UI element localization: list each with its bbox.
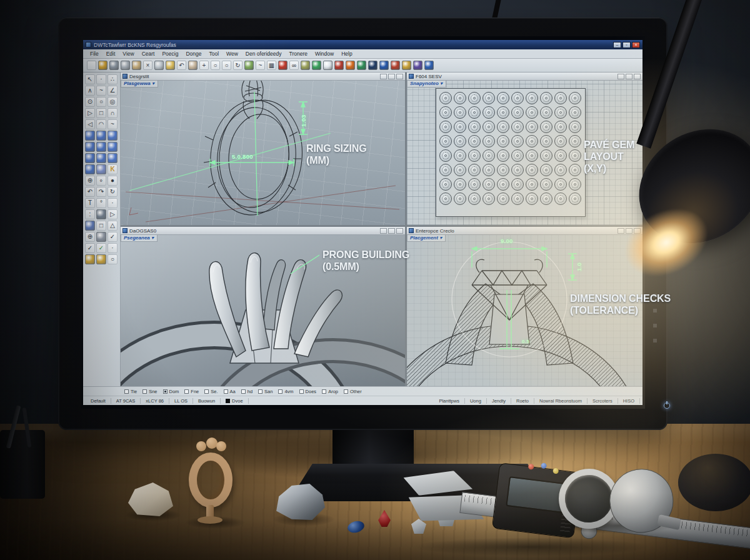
points-icon[interactable]: ∴ xyxy=(108,74,118,84)
power-button[interactable] xyxy=(664,402,670,409)
checkbox[interactable] xyxy=(184,389,189,394)
menu-item[interactable]: Window xyxy=(312,50,337,58)
gem-slot[interactable] xyxy=(569,106,581,119)
checkbox[interactable] xyxy=(224,389,228,394)
zoom-window-icon[interactable]: ○ xyxy=(222,61,231,70)
gem-slot[interactable] xyxy=(511,135,524,148)
gem-slot[interactable] xyxy=(454,178,466,191)
osnap-toggle[interactable]: hd xyxy=(241,389,252,394)
gem-slot[interactable] xyxy=(468,164,481,176)
gem-slot[interactable] xyxy=(511,121,524,133)
menu-item[interactable]: File xyxy=(87,50,102,58)
new-file-icon[interactable] xyxy=(87,61,96,70)
checkbox[interactable] xyxy=(124,389,129,394)
rotate-view-icon[interactable]: ↻ xyxy=(233,61,242,70)
gem-slot[interactable] xyxy=(454,135,466,148)
print-icon[interactable] xyxy=(121,61,130,70)
gem-slot[interactable] xyxy=(526,121,538,133)
vp-max-button[interactable] xyxy=(626,74,632,79)
menu-item[interactable]: Donge xyxy=(182,50,204,58)
gem-orange-icon[interactable] xyxy=(346,61,355,70)
close-button[interactable]: × xyxy=(632,42,640,48)
clipboard-icon[interactable] xyxy=(132,61,141,70)
gem-slot[interactable] xyxy=(526,149,538,162)
redo-curve-icon[interactable]: ↷ xyxy=(96,187,106,197)
copy-icon[interactable] xyxy=(154,61,164,70)
solid-icon[interactable] xyxy=(85,164,95,174)
gem-slot[interactable] xyxy=(540,164,552,176)
vp-close-button[interactable] xyxy=(396,74,403,79)
gem-slot[interactable] xyxy=(439,121,452,133)
statusbar-mode[interactable]: HISO xyxy=(618,398,640,404)
menu-item[interactable]: View xyxy=(119,50,137,58)
gem-slot[interactable] xyxy=(454,164,466,176)
statusbar-mode[interactable]: Roeto xyxy=(511,398,534,404)
rectangle-icon[interactable]: □ xyxy=(96,108,106,118)
osnap-toggle[interactable]: Se. xyxy=(204,389,218,394)
curve-icon[interactable]: ~ xyxy=(256,61,265,70)
check2-icon[interactable]: ✓ xyxy=(85,243,95,253)
target-icon[interactable]: ⊕ xyxy=(85,232,95,242)
revolve-icon[interactable] xyxy=(108,142,118,152)
offset-icon[interactable]: ⊕ xyxy=(85,176,95,186)
menu-item[interactable]: Wew xyxy=(223,50,241,58)
gem-slot[interactable] xyxy=(526,106,538,119)
gem-slot[interactable] xyxy=(454,192,466,205)
viewport-tab[interactable]: Plasgewwa ▾ xyxy=(121,81,158,88)
statusbar-mode[interactable]: Planttpws xyxy=(434,398,465,404)
check-green-icon[interactable]: ✓ xyxy=(96,243,106,253)
gem-slot[interactable] xyxy=(468,121,481,133)
move-icon[interactable]: + xyxy=(199,61,209,70)
osnap-toggle[interactable]: 4vm xyxy=(278,389,293,394)
vp-close-button[interactable] xyxy=(396,228,403,234)
vp-min-button[interactable] xyxy=(618,74,624,79)
surface3-icon[interactable] xyxy=(108,131,118,141)
checkbox[interactable] xyxy=(322,389,326,394)
gem-slot[interactable] xyxy=(468,92,481,104)
vp-min-button[interactable] xyxy=(618,228,624,234)
gem-slot[interactable] xyxy=(482,121,495,133)
gem-slot[interactable] xyxy=(511,149,524,162)
gem-slot[interactable] xyxy=(554,178,567,191)
boolean-icon[interactable] xyxy=(96,164,106,174)
degree-icon[interactable]: ° xyxy=(96,198,106,208)
osnap-toggle[interactable]: San xyxy=(258,389,272,394)
infinity-icon[interactable]: ∞ xyxy=(289,61,299,70)
vp-min-button[interactable] xyxy=(380,74,387,79)
osnap-toggle[interactable]: Sne xyxy=(142,389,157,394)
gem-slot[interactable] xyxy=(468,135,481,148)
loft-icon[interactable] xyxy=(85,142,95,152)
fill-icon[interactable]: ● xyxy=(108,176,118,186)
statusbar-field[interactable]: AT 9CAS xyxy=(111,398,141,404)
dot-icon[interactable]: · xyxy=(108,198,118,208)
play-icon[interactable]: ▷ xyxy=(108,209,118,219)
ellipse-icon[interactable]: ◎ xyxy=(108,97,118,107)
gem-slot[interactable] xyxy=(439,178,452,191)
gem-slot[interactable] xyxy=(497,164,509,176)
polygon-icon[interactable]: ▷ xyxy=(85,108,95,118)
gem-slot[interactable] xyxy=(554,106,567,119)
minimize-button[interactable]: – xyxy=(613,42,621,48)
gem-slot[interactable] xyxy=(569,92,581,104)
surface2-icon[interactable] xyxy=(96,131,106,141)
checkbox[interactable] xyxy=(241,389,246,394)
checkbox[interactable] xyxy=(299,389,304,394)
gold-ball-icon[interactable] xyxy=(85,254,95,264)
menu-item[interactable]: Tronere xyxy=(286,50,311,58)
gem-slot[interactable] xyxy=(454,106,466,119)
gem-violet-icon[interactable] xyxy=(413,61,422,70)
open-folder-icon[interactable] xyxy=(98,61,108,70)
gem-slot[interactable] xyxy=(554,192,567,205)
viewport-tab[interactable]: Snapynoteo ▾ xyxy=(407,81,446,88)
checkbox[interactable] xyxy=(278,389,282,394)
gem-slot[interactable] xyxy=(540,92,552,104)
gem-white-icon[interactable] xyxy=(323,61,332,70)
gem-red-icon[interactable] xyxy=(334,61,344,70)
menu-item[interactable]: Poecig xyxy=(159,50,181,58)
gem-slot[interactable] xyxy=(454,149,466,162)
viewport-tab[interactable]: Placgement ▾ xyxy=(407,235,446,242)
menu-item[interactable]: Den oferideedy xyxy=(242,50,285,58)
triangle-icon[interactable]: △ xyxy=(108,221,118,231)
menu-item[interactable]: Help xyxy=(338,50,355,58)
check-icon[interactable]: ✓ xyxy=(108,232,118,242)
